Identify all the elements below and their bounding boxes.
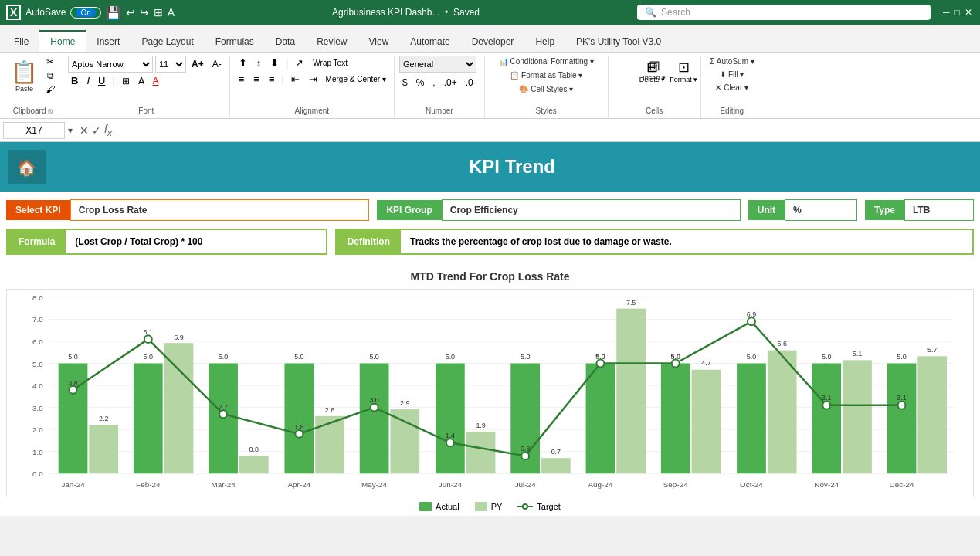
font-color-button[interactable]: A [150, 75, 162, 87]
format-painter-button[interactable]: 🖌 [42, 83, 58, 96]
type-value[interactable]: LTB [904, 199, 974, 221]
fill-button[interactable]: ⬇ Fill ▾ [707, 69, 758, 80]
chart-legend: Actual PY Target [6, 497, 974, 516]
svg-text:May-24: May-24 [361, 480, 388, 489]
cells-label: Cells [609, 107, 700, 115]
alignment-label: Alignment [230, 107, 394, 115]
increase-indent-button[interactable]: ⇥ [305, 72, 321, 86]
decrease-indent-button[interactable]: ⇤ [287, 72, 303, 86]
tab-pksutility[interactable]: PK's Utility Tool V3.0 [565, 30, 672, 52]
bar-actual-aug [586, 364, 615, 474]
font-size-select[interactable]: 11 [155, 56, 186, 73]
tab-help[interactable]: Help [524, 30, 565, 52]
copy-button[interactable]: ⧉ [42, 70, 58, 82]
svg-text:Dec-24: Dec-24 [890, 480, 914, 489]
maximize-icon[interactable]: □ [955, 7, 960, 18]
align-center-button[interactable]: ≡ [249, 72, 263, 86]
cut-button[interactable]: ✂ [42, 56, 58, 68]
text-direction-button[interactable]: ↗ [291, 56, 307, 70]
tab-view[interactable]: View [358, 30, 400, 52]
target-dot-feb [144, 335, 152, 343]
unit-value[interactable]: % [785, 199, 857, 221]
format-icon: ⊡ [678, 59, 690, 76]
tab-home[interactable]: Home [39, 30, 86, 52]
formula-input[interactable] [115, 122, 977, 139]
tab-pagelayout[interactable]: Page Layout [131, 30, 204, 52]
increase-decimal-button[interactable]: .0+ [441, 76, 460, 89]
search-bar[interactable]: 🔍 Search [637, 5, 931, 20]
align-top-button[interactable]: ⬆ [235, 56, 251, 70]
svg-text:5.0: 5.0 [897, 353, 906, 361]
kpi-group-value[interactable]: Crop Efficiency [442, 199, 741, 221]
legend-actual-label: Actual [436, 502, 459, 511]
italic-button[interactable]: I [83, 74, 93, 87]
svg-text:5.0: 5.0 [32, 360, 43, 368]
percent-button[interactable]: % [413, 76, 428, 89]
chart-container: MTD Trend For Crop Loss Rate 8.0 7.0 [0, 263, 980, 516]
dashboard: 🏠 KPI Trend Select KPI Crop Loss Rate KP… [0, 142, 980, 516]
font-name-select[interactable]: Aptos Narrow [68, 56, 153, 73]
redo-icon[interactable]: ↪ [140, 6, 149, 19]
cell-styles-button[interactable]: 🎨 Cell Styles ▾ [516, 83, 576, 95]
wrap-text-button[interactable]: Wrap Text [309, 57, 351, 69]
confirm-formula-icon[interactable]: ✓ [92, 124, 101, 137]
tab-data[interactable]: Data [265, 30, 306, 52]
clear-button[interactable]: ✕ Clear ▾ [707, 82, 758, 93]
svg-text:6.9: 6.9 [747, 310, 756, 318]
align-middle-button[interactable]: ↕ [253, 56, 266, 70]
decrease-decimal-button[interactable]: .0- [463, 76, 480, 89]
target-dot-apr [295, 430, 303, 438]
border-button[interactable]: ⊞ [119, 75, 133, 87]
bar-py-jan [89, 425, 118, 473]
format-as-table-button[interactable]: 📋 Format as Table ▾ [507, 70, 585, 81]
number-format-select[interactable]: General [399, 56, 476, 73]
grid-icon[interactable]: ⊞ [154, 6, 163, 19]
merge-center-button[interactable]: Merge & Center ▾ [323, 74, 389, 84]
autosum-button[interactable]: Σ AutoSum ▾ [707, 56, 758, 67]
tab-automate[interactable]: Automate [399, 30, 460, 52]
comma-button[interactable]: , [429, 76, 438, 89]
highlight-button[interactable]: A̲ [135, 75, 148, 87]
paste-button[interactable]: 📋 [8, 59, 41, 85]
tab-insert[interactable]: Insert [86, 30, 131, 52]
underline-button[interactable]: U [95, 74, 108, 87]
close-icon[interactable]: ✕ [965, 7, 972, 18]
cancel-formula-icon[interactable]: ✕ [80, 124, 89, 137]
align-left-button[interactable]: ≡ [235, 72, 249, 86]
save-icon[interactable]: 💾 [106, 5, 121, 20]
svg-text:2.9: 2.9 [400, 399, 409, 407]
function-icon[interactable]: fx [104, 123, 112, 137]
tab-file[interactable]: File [3, 30, 39, 52]
font-color-icon[interactable]: A [168, 6, 175, 19]
styles-label: Styles [485, 107, 608, 115]
autosave-toggle[interactable]: On [70, 7, 100, 19]
name-box-expander[interactable]: ▾ [68, 125, 73, 136]
decrease-font-button[interactable]: A- [209, 58, 225, 70]
bold-button[interactable]: B [68, 74, 81, 87]
search-icon: 🔍 [645, 7, 656, 18]
svg-text:Sep-24: Sep-24 [663, 480, 688, 489]
tab-formulas[interactable]: Formulas [205, 30, 265, 52]
cell-reference[interactable]: X17 [3, 122, 65, 139]
definition-text: Tracks the percentage of crop lost due t… [401, 230, 681, 253]
conditional-formatting-button[interactable]: 📊 Conditional Formatting ▾ [496, 56, 597, 67]
tab-review[interactable]: Review [306, 30, 358, 52]
align-right-button[interactable]: ≡ [265, 72, 279, 86]
currency-button[interactable]: $ [399, 76, 411, 89]
clipboard-expander[interactable]: ⎋ [48, 107, 53, 115]
kpi-value[interactable]: Crop Loss Rate [70, 199, 370, 221]
file-name: Agribusiness KPI Dashb... • Saved [181, 7, 631, 18]
minimize-icon[interactable]: ─ [943, 7, 950, 18]
bar-py-nov [843, 360, 872, 473]
increase-font-button[interactable]: A+ [188, 58, 207, 70]
undo-icon[interactable]: ↩ [126, 6, 135, 19]
cells-group: ⊞ Insert ▾ ⊟ Delete ▾ ⊡ Format ▾ Cells [609, 56, 701, 118]
legend-target-line-container [517, 506, 533, 507]
align-bottom-button[interactable]: ⬇ [266, 56, 283, 70]
number-group: General $ % , .0+ .0- Number [395, 56, 485, 118]
clipboard-group: 📋 Paste ✂ ⧉ 🖌 Clipboard ⎋ [3, 56, 63, 118]
unit-label: Unit [748, 200, 785, 220]
tab-developer[interactable]: Developer [461, 30, 525, 52]
svg-text:7.5: 7.5 [626, 299, 636, 307]
svg-text:Mar-24: Mar-24 [211, 480, 236, 489]
